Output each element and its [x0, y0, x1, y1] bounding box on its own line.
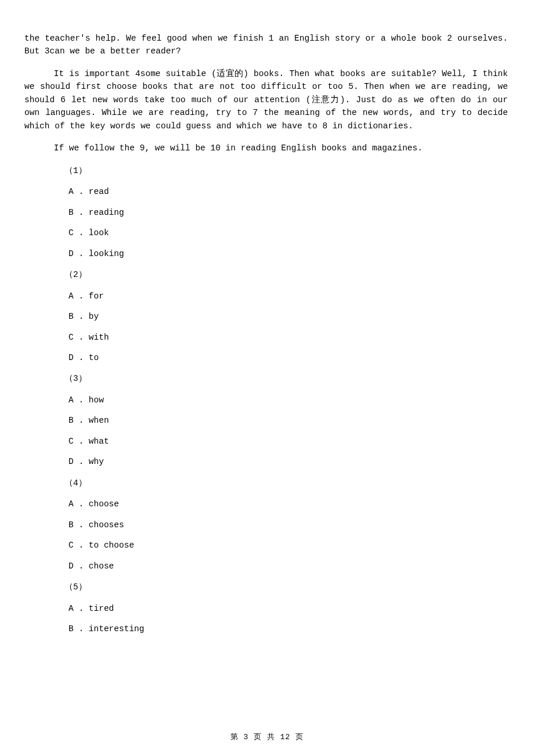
option-2a: A . for	[68, 290, 508, 303]
passage-paragraph-2: It is important 4some suitable (适宜的) boo…	[24, 67, 508, 132]
question-number-1: （1）	[64, 164, 508, 177]
option-5a: A . tired	[68, 602, 508, 615]
option-3a: A . how	[68, 394, 508, 406]
question-number-2: （2）	[64, 268, 508, 281]
option-1a: A . read	[68, 185, 508, 198]
option-2d: D . to	[68, 351, 508, 364]
option-2c: C . with	[68, 331, 508, 344]
option-3c: C . what	[68, 435, 508, 448]
question-number-5: （5）	[64, 581, 508, 593]
option-3b: B . when	[68, 414, 508, 427]
option-1d: D . looking	[68, 247, 508, 260]
option-4c: C . to choose	[68, 539, 508, 552]
option-5b: B . interesting	[68, 622, 508, 635]
option-1c: C . look	[68, 226, 508, 239]
page-footer: 第 3 页 共 12 页	[0, 732, 534, 743]
option-3d: D . why	[68, 455, 508, 468]
option-4a: A . choose	[68, 498, 508, 510]
question-number-3: （3）	[64, 372, 508, 385]
option-4b: B . chooses	[68, 519, 508, 531]
option-1b: B . reading	[68, 206, 508, 219]
passage-paragraph-1: the teacher's help. We feel good when we…	[24, 32, 508, 58]
option-4d: D . chose	[68, 560, 508, 573]
passage-paragraph-3: If we follow the 9, we will be 10 in rea…	[24, 142, 508, 154]
question-number-4: （4）	[64, 477, 508, 489]
option-2b: B . by	[68, 310, 508, 323]
